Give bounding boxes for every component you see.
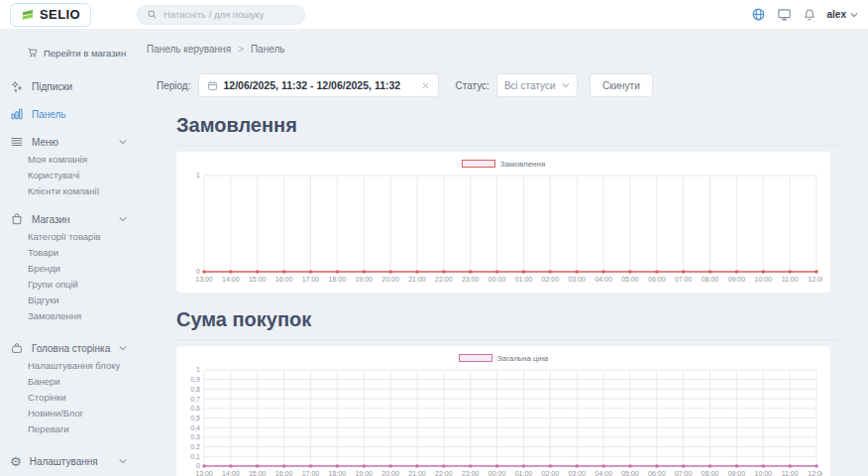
search-input[interactable]: Натисніть / для пошуку <box>137 5 305 25</box>
reset-button[interactable]: Скинути <box>590 73 653 97</box>
svg-text:20:00: 20:00 <box>381 470 399 476</box>
logo-text: SELIO <box>40 7 80 22</box>
sidebar-subitem-news-blog[interactable]: Новини/Блог <box>0 405 139 420</box>
legend-swatch <box>459 354 492 362</box>
svg-text:11:00: 11:00 <box>782 276 799 283</box>
home-page-submenu: Налаштування блоку Банери Сторінки Новин… <box>0 357 139 436</box>
chevron-down-icon <box>850 12 858 18</box>
svg-text:0,8: 0,8 <box>190 386 200 393</box>
svg-text:0,7: 0,7 <box>190 396 200 403</box>
svg-text:05:00: 05:00 <box>621 276 639 283</box>
sidebar-subitem-block-settings[interactable]: Налаштування блоку <box>0 357 139 373</box>
svg-text:11:00: 11:00 <box>782 470 799 476</box>
user-menu[interactable]: alex <box>827 9 858 20</box>
legend-label: Замовлення <box>500 160 546 169</box>
svg-text:23:00: 23:00 <box>462 276 480 283</box>
svg-text:10:00: 10:00 <box>754 470 772 476</box>
sidebar-subitem-banners[interactable]: Банери <box>0 373 139 389</box>
svg-text:0,6: 0,6 <box>190 405 200 412</box>
svg-text:0,4: 0,4 <box>190 424 200 431</box>
svg-text:17:00: 17:00 <box>302 470 320 476</box>
notifications-bell-icon[interactable] <box>803 8 816 22</box>
chevron-down-icon <box>119 139 127 145</box>
chevron-down-icon <box>119 458 127 464</box>
chevron-down-icon <box>119 345 127 351</box>
svg-text:20:00: 20:00 <box>381 276 399 283</box>
sidebar-item-dashboard[interactable]: Панель <box>0 105 139 123</box>
menu-submenu: Моя компанія Користувачі Клієнти компані… <box>0 151 139 198</box>
svg-text:17:00: 17:00 <box>302 276 320 283</box>
logo[interactable]: SELIO <box>10 3 91 27</box>
sidebar-subitem-benefits[interactable]: Переваги <box>0 420 139 436</box>
go-to-store-label: Перейти в магазин <box>44 48 126 59</box>
svg-text:02:00: 02:00 <box>542 470 560 476</box>
svg-text:06:00: 06:00 <box>648 470 666 476</box>
orders-chart-legend[interactable]: Замовлення <box>184 157 822 171</box>
sidebar-subitem-users[interactable]: Користувачі <box>0 167 139 182</box>
purchase-sum-section-title: Сума покупок <box>176 308 838 340</box>
period-label: Період: <box>157 80 191 91</box>
svg-text:03:00: 03:00 <box>568 276 586 283</box>
svg-text:04:00: 04:00 <box>595 470 612 476</box>
sidebar-subitem-orders[interactable]: Замовлення <box>0 307 139 323</box>
purchase-sum-chart-card: Загальна ціна 10,90,80,70,60,50,40,30,20… <box>176 346 830 476</box>
svg-text:1: 1 <box>196 366 200 373</box>
breadcrumb-item-dashboard-root[interactable]: Панель керування <box>147 44 231 55</box>
svg-text:0,5: 0,5 <box>190 415 200 421</box>
orders-section-title: Замовлення <box>176 114 838 146</box>
purchase-sum-chart-legend[interactable]: Загальна ціна <box>184 351 822 365</box>
svg-text:13:00: 13:00 <box>195 276 213 283</box>
sidebar-subitem-products[interactable]: Товари <box>0 244 139 260</box>
sidebar-subitem-option-groups[interactable]: Групи опцій <box>0 276 139 292</box>
search-icon <box>147 9 158 20</box>
svg-text:08:00: 08:00 <box>702 276 719 283</box>
svg-text:07:00: 07:00 <box>675 276 693 283</box>
topbar: SELIO Натисніть / для пошуку a <box>0 0 868 30</box>
filter-bar: Період: 12/06/2025, 11:32 - 12/06/2025, … <box>157 72 868 98</box>
sidebar-subitem-reviews[interactable]: Відгуки <box>0 292 139 307</box>
sidebar-item-label: Меню <box>32 137 58 148</box>
selio-logo-icon <box>21 8 35 22</box>
sidebar-subitem-company-clients[interactable]: Клієнти компанії <box>0 182 139 198</box>
purchase-sum-line-chart[interactable]: 10,90,80,70,60,50,40,30,20,1013:0014:001… <box>184 365 822 476</box>
period-date-range-input[interactable]: 12/06/2025, 11:32 - 12/06/2025, 11:32 <box>198 73 439 97</box>
go-to-store-link[interactable]: Перейти в магазин <box>27 44 139 61</box>
period-value: 12/06/2025, 11:32 - 12/06/2025, 11:32 <box>224 79 401 91</box>
language-globe-icon[interactable] <box>751 7 766 22</box>
orders-chart-card: Замовлення 1013:0014:0015:0016:0017:0018… <box>176 152 830 293</box>
svg-text:04:00: 04:00 <box>595 276 612 283</box>
sidebar-item-store[interactable]: Магазин <box>0 210 139 228</box>
orders-line-chart[interactable]: 1013:0014:0015:0016:0017:0018:0019:0020:… <box>184 171 822 288</box>
svg-text:18:00: 18:00 <box>329 276 347 283</box>
svg-text:0,2: 0,2 <box>190 443 200 450</box>
sidebar-subitem-brands[interactable]: Бренди <box>0 260 139 276</box>
svg-text:23:00: 23:00 <box>462 470 480 476</box>
breadcrumb-separator: > <box>238 44 244 55</box>
sidebar-item-label: Панель <box>32 109 66 120</box>
sidebar-subitem-my-company[interactable]: Моя компанія <box>0 151 139 167</box>
status-select[interactable]: Всі статуси <box>496 73 578 97</box>
svg-text:21:00: 21:00 <box>408 470 426 476</box>
display-icon[interactable] <box>777 7 792 22</box>
sidebar-item-settings[interactable]: ⚙ Налаштування <box>0 452 139 470</box>
sidebar-item-home-page[interactable]: Головна сторінка <box>0 339 139 357</box>
svg-text:13:00: 13:00 <box>195 470 213 476</box>
sidebar-item-menu[interactable]: Меню <box>0 133 139 151</box>
breadcrumb: Панель керування > Панель <box>147 44 868 55</box>
svg-text:08:00: 08:00 <box>702 470 719 476</box>
gear-icon: ⚙ <box>10 455 22 468</box>
status-selected-value: Всі статуси <box>504 80 556 91</box>
sidebar-item-subscriptions[interactable]: Підписки <box>0 77 139 95</box>
svg-text:15:00: 15:00 <box>249 276 267 283</box>
svg-text:0,3: 0,3 <box>190 433 200 440</box>
svg-text:18:00: 18:00 <box>329 470 347 476</box>
clear-period-icon[interactable] <box>421 81 430 90</box>
menu-list-icon <box>10 135 24 149</box>
sidebar-subitem-product-categories[interactable]: Категорії товарів <box>0 228 139 244</box>
sidebar-subitem-pages[interactable]: Сторінки <box>0 389 139 405</box>
sidebar-item-label: Налаштування <box>30 456 98 467</box>
chevron-down-icon <box>119 216 127 222</box>
svg-text:0,1: 0,1 <box>190 453 200 460</box>
sidebar-item-label: Магазин <box>32 214 70 225</box>
sidebar-item-label: Головна сторінка <box>32 343 110 354</box>
